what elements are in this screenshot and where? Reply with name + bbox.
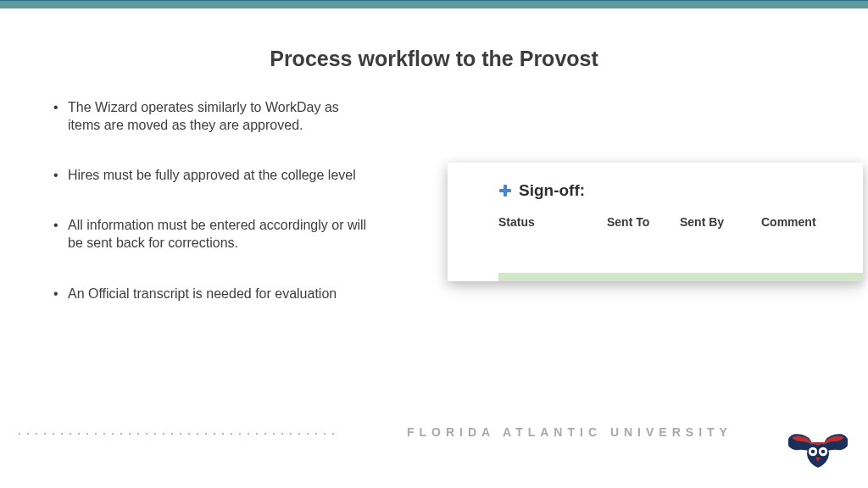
slide: Process workflow to the Provost The Wiza… (0, 0, 868, 488)
column-header-comment: Comment (761, 215, 843, 229)
signoff-card: Sign-off: Status Sent To Sent By Comment (448, 163, 863, 281)
column-header-sent-by: Sent By (680, 215, 761, 229)
card-bottom-strip (498, 273, 863, 281)
footer-university-name: FLORIDA ATLANTIC UNIVERSITY (407, 425, 732, 439)
signoff-columns: Status Sent To Sent By Comment (498, 215, 843, 229)
column-header-status: Status (498, 215, 607, 229)
fau-owl-logo (787, 427, 849, 469)
bullet-list: The Wizard operates similarly to WorkDay… (51, 98, 373, 335)
bullet-item: Hires must be fully approved at the coll… (51, 166, 373, 184)
svg-point-2 (811, 450, 815, 454)
column-header-sent-to: Sent To (607, 215, 680, 229)
dotted-divider (15, 431, 339, 436)
svg-point-3 (821, 450, 826, 454)
slide-title: Process workflow to the Provost (0, 47, 868, 71)
bullet-item: An Official transcript is needed for eva… (51, 285, 373, 302)
signoff-label: Sign-off: (519, 181, 585, 200)
top-accent-bar (0, 0, 868, 8)
bullet-item: All information must be entered accordin… (51, 216, 373, 252)
signoff-header: Sign-off: (498, 181, 843, 200)
bullet-item: The Wizard operates similarly to WorkDay… (51, 98, 373, 134)
plus-icon (498, 184, 512, 197)
